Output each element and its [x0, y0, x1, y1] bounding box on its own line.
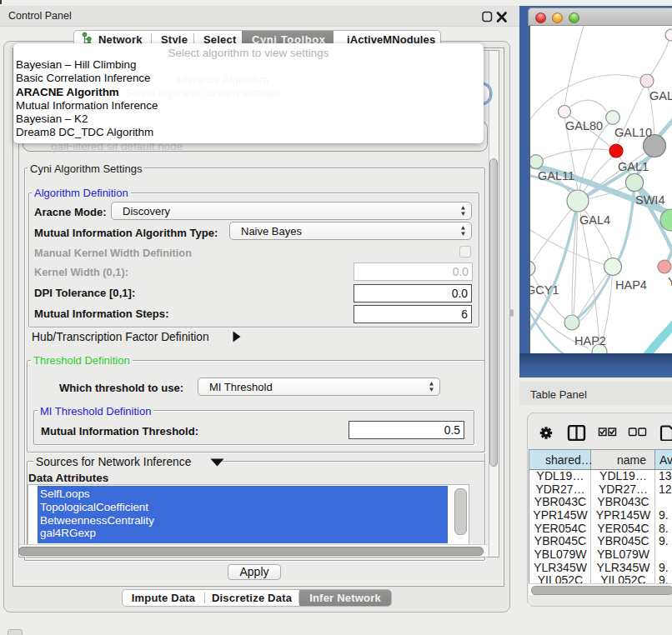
svg-text:GAL1: GAL1 — [618, 160, 649, 173]
svg-text:HAP2: HAP2 — [574, 334, 606, 348]
svg-text:GAL2: GAL2 — [649, 89, 672, 102]
svg-text:SWI4: SWI4 — [635, 193, 664, 207]
svg-text:GAL10: GAL10 — [614, 126, 652, 139]
svg-text:GAL11: GAL11 — [538, 169, 574, 182]
svg-text:HAP4: HAP4 — [615, 278, 647, 292]
svg-text:GAL80: GAL80 — [565, 119, 603, 132]
svg-text:GAL4: GAL4 — [579, 213, 610, 227]
svg-text:GCY1: GCY1 — [530, 283, 559, 297]
svg-text:Y: Y — [668, 275, 672, 288]
